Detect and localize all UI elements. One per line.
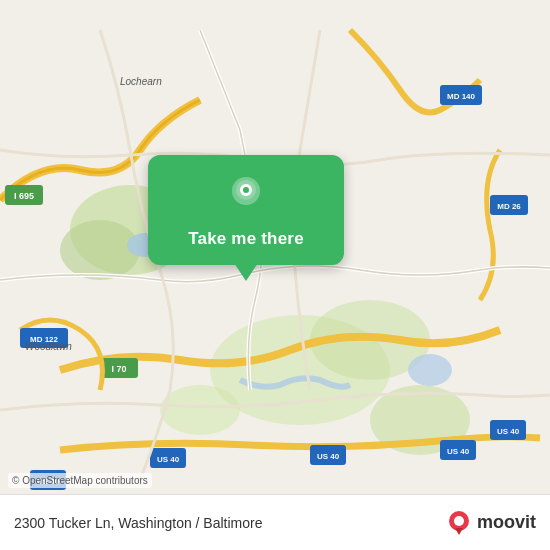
svg-text:I 70: I 70 (111, 364, 126, 374)
location-pin-icon (224, 173, 268, 217)
svg-marker-37 (455, 528, 463, 535)
svg-point-8 (408, 354, 452, 386)
svg-text:Woodlawn: Woodlawn (25, 341, 72, 352)
svg-text:MD 140: MD 140 (447, 92, 476, 101)
svg-text:US 40: US 40 (497, 427, 520, 436)
moovit-logo: moovit (445, 509, 536, 537)
take-me-there-label: Take me there (188, 229, 304, 249)
svg-text:US 40: US 40 (317, 452, 340, 461)
info-bar: 2300 Tucker Ln, Washington / Baltimore m… (0, 494, 550, 550)
svg-point-6 (160, 385, 240, 435)
take-me-there-button[interactable]: Take me there (148, 155, 344, 265)
map-svg: I 695 MD 140 MD 26 I 70 MD 122 US 40 US … (0, 0, 550, 550)
svg-text:US 40: US 40 (447, 447, 470, 456)
moovit-pin-icon (445, 509, 473, 537)
moovit-brand-name: moovit (477, 512, 536, 533)
svg-text:I 695: I 695 (14, 191, 34, 201)
svg-text:US 40: US 40 (157, 455, 180, 464)
svg-point-2 (60, 220, 140, 280)
svg-text:MD 26: MD 26 (497, 202, 521, 211)
map-attribution: © OpenStreetMap contributors (8, 473, 152, 488)
address-text: 2300 Tucker Ln, Washington / Baltimore (14, 515, 263, 531)
svg-text:Lochearn: Lochearn (120, 76, 162, 87)
svg-point-36 (454, 516, 464, 526)
map-container: I 695 MD 140 MD 26 I 70 MD 122 US 40 US … (0, 0, 550, 550)
